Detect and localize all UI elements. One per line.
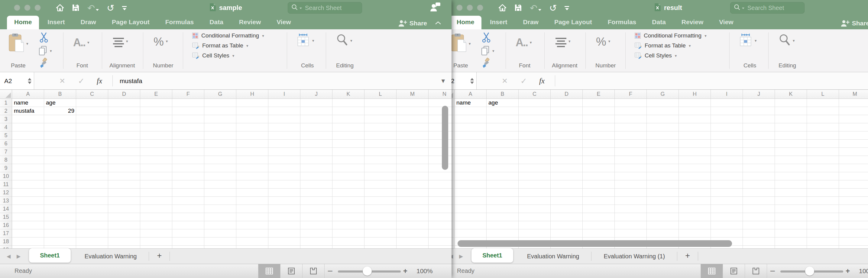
cell-J16[interactable] [743, 221, 775, 229]
cell-F15[interactable] [172, 213, 204, 221]
cell-M7[interactable] [397, 148, 429, 156]
add-sheet-button[interactable]: + [677, 252, 698, 261]
cell-C17[interactable] [76, 229, 108, 238]
cell-J10[interactable] [743, 172, 775, 180]
cell-M1[interactable] [839, 99, 868, 107]
cell-F9[interactable] [615, 164, 647, 172]
cell-I14[interactable] [711, 205, 743, 213]
cell-I11[interactable] [268, 180, 301, 189]
cell-L4[interactable] [807, 123, 839, 131]
cell-M8[interactable] [397, 156, 429, 164]
cell-H1[interactable] [236, 99, 268, 107]
cell-N17[interactable] [429, 229, 452, 238]
page-layout-view-button[interactable] [723, 264, 745, 278]
cell-E5[interactable] [583, 131, 615, 140]
editing-dropdown-icon[interactable]: ▾ [350, 38, 352, 43]
collapse-ribbon-icon[interactable] [435, 21, 441, 26]
cell-A15[interactable] [12, 213, 44, 221]
formula-bar-value[interactable]: mustafa [120, 72, 142, 89]
cell-H8[interactable] [679, 156, 711, 164]
cell-M3[interactable] [397, 115, 429, 123]
cell-H15[interactable] [679, 213, 711, 221]
cell-B7[interactable] [44, 148, 76, 156]
cell-A6[interactable] [455, 140, 487, 148]
cell-E9[interactable] [583, 164, 615, 172]
cell-E1[interactable] [583, 99, 615, 107]
cell-A16[interactable] [455, 221, 487, 229]
cell-E7[interactable] [583, 148, 615, 156]
cell-I6[interactable] [711, 140, 743, 148]
cell-K14[interactable] [333, 205, 365, 213]
cell-F16[interactable] [615, 221, 647, 229]
tab-review[interactable]: Review [239, 19, 261, 29]
cell-F5[interactable] [172, 131, 204, 140]
column-header-A[interactable]: A [455, 90, 487, 98]
cell-C3[interactable] [519, 115, 551, 123]
format-as-table-button[interactable]: Format as Table ▾ [635, 42, 707, 49]
editing-dropdown-icon[interactable]: ▾ [793, 38, 795, 43]
cell-F11[interactable] [172, 180, 204, 189]
cell-I1[interactable] [711, 99, 743, 107]
cell-M8[interactable] [839, 156, 868, 164]
cell-J6[interactable] [301, 140, 333, 148]
cell-H12[interactable] [679, 189, 711, 197]
name-box-stepper[interactable] [470, 78, 476, 84]
cell-G11[interactable] [204, 180, 236, 189]
cell-I9[interactable] [268, 164, 301, 172]
cell-A9[interactable] [12, 164, 44, 172]
cell-A1[interactable]: name [12, 99, 44, 107]
column-header-L[interactable]: L [365, 90, 397, 98]
cell-K18[interactable] [333, 238, 365, 246]
conditional-formatting-button[interactable]: Conditional Formatting ▾ [635, 32, 707, 39]
row-header-7[interactable]: 7 [0, 148, 12, 156]
column-header-I[interactable]: I [711, 90, 743, 98]
cell-A7[interactable] [455, 148, 487, 156]
cell-M11[interactable] [839, 180, 868, 189]
cell-C13[interactable] [76, 197, 108, 205]
cell-J8[interactable] [301, 156, 333, 164]
cell-J13[interactable] [743, 197, 775, 205]
cell-M3[interactable] [839, 115, 868, 123]
cell-F10[interactable] [615, 172, 647, 180]
row-header-14[interactable]: 14 [0, 205, 12, 213]
cell-K10[interactable] [333, 172, 365, 180]
cell-C7[interactable] [76, 148, 108, 156]
cell-M9[interactable] [839, 164, 868, 172]
cell-E14[interactable] [583, 205, 615, 213]
cell-H8[interactable] [236, 156, 268, 164]
cell-E13[interactable] [583, 197, 615, 205]
cell-H2[interactable] [679, 107, 711, 115]
close-window-button[interactable] [14, 4, 20, 11]
cell-A2[interactable]: mustafa [12, 107, 44, 115]
cell-B17[interactable] [487, 229, 519, 238]
cell-D2[interactable] [108, 107, 140, 115]
alignment-dropdown-icon[interactable]: ▾ [126, 39, 128, 43]
cell-H10[interactable] [679, 172, 711, 180]
cell-J15[interactable] [743, 213, 775, 221]
cell-I13[interactable] [711, 197, 743, 205]
cell-D4[interactable] [108, 123, 140, 131]
cell-H15[interactable] [236, 213, 268, 221]
cell-I8[interactable] [711, 156, 743, 164]
row-header-1[interactable]: 1 [0, 99, 12, 107]
cell-L2[interactable] [807, 107, 839, 115]
cell-K3[interactable] [333, 115, 365, 123]
cell-C6[interactable] [76, 140, 108, 148]
cell-H7[interactable] [236, 148, 268, 156]
horizontal-scrollbar-thumb[interactable] [458, 240, 732, 247]
cell-I2[interactable] [268, 107, 301, 115]
cell-E3[interactable] [583, 115, 615, 123]
cell-B4[interactable] [44, 123, 76, 131]
row-header-17[interactable]: 17 [0, 229, 12, 238]
cell-H13[interactable] [679, 197, 711, 205]
cell-B16[interactable] [44, 221, 76, 229]
search-sheet-input[interactable]: Search Sheet [730, 2, 805, 13]
cell-E6[interactable] [583, 140, 615, 148]
undo-dropdown-icon[interactable] [96, 9, 99, 11]
cell-D16[interactable] [551, 221, 583, 229]
cell-A11[interactable] [455, 180, 487, 189]
cell-G12[interactable] [647, 189, 679, 197]
conditional-formatting-button[interactable]: Conditional Formatting ▾ [192, 32, 264, 39]
row-header-9[interactable]: 9 [0, 164, 12, 172]
cell-I7[interactable] [268, 148, 301, 156]
